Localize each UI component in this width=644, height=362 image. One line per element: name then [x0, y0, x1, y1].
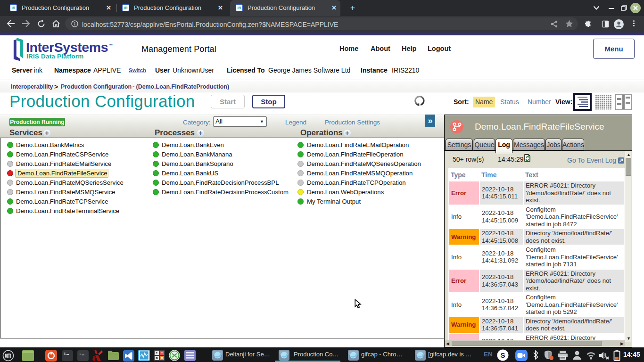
- svg-text:>: >: [79, 352, 82, 356]
- svg-text:$: $: [64, 352, 66, 356]
- svg-text:S: S: [501, 351, 505, 359]
